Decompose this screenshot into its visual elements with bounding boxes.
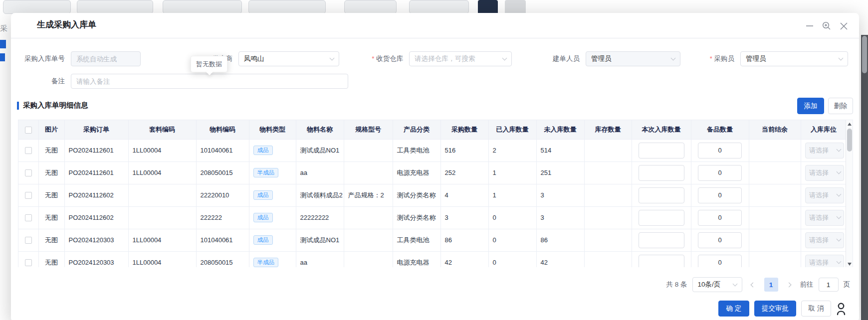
row-select-cell [18, 206, 38, 229]
column-header: 已入库数量 [488, 120, 536, 139]
pending-qty-cell: 514 [536, 139, 584, 161]
pending-qty-cell: 86 [536, 229, 584, 251]
entry-qty-input[interactable] [639, 210, 684, 226]
next-page-icon[interactable] [783, 278, 795, 292]
column-header: 本次入库数量 [632, 120, 691, 139]
close-icon[interactable] [839, 21, 848, 30]
warehouse-select[interactable]: 请选择仓库，可搜索 [409, 51, 512, 66]
product-category-cell: 电源充电器 [393, 161, 440, 184]
entry-qty-cell [632, 139, 691, 161]
spec-model-cell [344, 206, 393, 229]
received-qty-cell: 0 [488, 206, 536, 229]
purchase-qty-cell: 42 [440, 251, 488, 267]
zoom-in-icon[interactable] [822, 21, 831, 30]
order-no-input[interactable] [71, 51, 141, 66]
delete-row-button[interactable]: 删除 [828, 98, 853, 114]
minimize-icon[interactable] [805, 21, 814, 30]
location-cell: 请选择 [801, 229, 847, 251]
confirm-button[interactable]: 确 定 [718, 301, 749, 317]
background-filter-box [77, 0, 153, 14]
location-select[interactable]: 请选择 [805, 187, 844, 203]
page-number-active[interactable]: 1 [764, 278, 778, 292]
goto-page-input[interactable] [819, 278, 839, 292]
stock-qty-cell [584, 206, 632, 229]
user-pin-icon[interactable] [836, 302, 846, 316]
background-filter-box [163, 0, 242, 14]
spare-qty-input[interactable] [698, 255, 742, 268]
location-select[interactable]: 请选择 [805, 165, 844, 181]
stock-qty-cell [584, 251, 632, 267]
purchase-order-cell: PO2024120303 [64, 251, 128, 267]
row-checkbox[interactable] [25, 214, 32, 221]
select-all-checkbox[interactable] [25, 127, 32, 134]
entry-qty-input[interactable] [639, 143, 684, 159]
row-select-cell [18, 161, 38, 184]
scroll-down-icon[interactable] [846, 260, 853, 267]
dialog-title: 生成采购入库单 [37, 19, 96, 30]
page-scrollbar-thumb[interactable] [862, 36, 867, 73]
row-select-cell [18, 229, 38, 251]
entry-qty-input[interactable] [639, 255, 684, 268]
product-category-cell: 测试分类名称 [393, 206, 440, 229]
section-title: 采购入库单明细信息 [23, 101, 88, 110]
page-size-select[interactable]: 10条/页 [692, 277, 742, 292]
entry-qty-cell [632, 206, 691, 229]
table-scrollbar[interactable] [846, 120, 853, 267]
location-placeholder: 请选择 [809, 191, 830, 200]
stock-qty-cell [584, 184, 632, 206]
row-checkbox[interactable] [25, 237, 32, 244]
location-cell: 请选择 [801, 161, 847, 184]
material-code-cell: 208050015 [196, 161, 249, 184]
entry-qty-cell [632, 161, 691, 184]
material-type-tag: 半成品 [253, 258, 279, 267]
table-scrollbar-thumb[interactable] [847, 129, 852, 152]
entry-qty-input[interactable] [639, 165, 684, 181]
buyer-select[interactable]: 管理员 [740, 51, 848, 66]
column-header: 当前结余 [749, 120, 801, 139]
row-checkbox[interactable] [25, 169, 32, 176]
remark-label: 备注 [17, 77, 65, 86]
section-accent-bar [17, 102, 19, 110]
received-qty-cell: 2 [488, 139, 536, 161]
row-checkbox[interactable] [25, 147, 32, 154]
entry-qty-cell [632, 251, 691, 267]
column-header: 未入库数量 [536, 120, 584, 139]
table-row: 无图 PO2024120303 1LL00004 101040061 成品 测试… [18, 229, 847, 251]
spec-model-cell [344, 161, 393, 184]
cancel-button[interactable]: 取 消 [801, 301, 831, 317]
material-type-cell: 半成品 [249, 251, 296, 267]
detail-table: 图片 采购订单 套料编码 物料编码 物料类型 物料名称 规格型号 产品分类 采购… [18, 120, 853, 267]
location-select[interactable]: 请选择 [805, 255, 844, 268]
entry-qty-input[interactable] [639, 232, 684, 248]
location-select[interactable]: 请选择 [805, 143, 844, 159]
pending-qty-cell: 3 [536, 184, 584, 206]
scroll-up-icon[interactable] [846, 120, 853, 128]
location-select[interactable]: 请选择 [805, 210, 844, 226]
location-placeholder: 请选择 [809, 168, 830, 177]
prev-page-icon[interactable] [747, 278, 759, 292]
spare-qty-input[interactable] [698, 232, 742, 248]
purchase-qty-cell: 86 [440, 229, 488, 251]
add-row-button[interactable]: 添加 [797, 98, 824, 114]
creator-select[interactable]: 管理员 [586, 51, 680, 66]
product-category-cell: 工具类电池 [393, 229, 440, 251]
spare-qty-input[interactable] [698, 187, 742, 203]
remark-input[interactable] [71, 74, 348, 89]
entry-qty-input[interactable] [639, 187, 684, 203]
spare-qty-input[interactable] [698, 210, 742, 226]
location-select[interactable]: 请选择 [805, 232, 844, 248]
row-checkbox[interactable] [25, 192, 32, 199]
row-checkbox[interactable] [25, 259, 32, 266]
material-type-tag: 成品 [253, 190, 273, 200]
column-header: 备品数量 [691, 120, 749, 139]
spare-qty-input[interactable] [698, 143, 742, 159]
dialog-header: 生成采购入库单 [11, 13, 859, 38]
spare-qty-cell [691, 161, 749, 184]
supplier-select[interactable]: 凤鸣山 [238, 51, 339, 66]
page-scrollbar[interactable] [861, 35, 868, 320]
submit-approval-button[interactable]: 提交审批 [754, 301, 796, 317]
warehouse-label: 收货仓库 [363, 54, 403, 63]
detail-section-header: 采购入库单明细信息 [17, 101, 88, 110]
image-cell: 无图 [38, 139, 64, 161]
spare-qty-input[interactable] [698, 165, 742, 181]
